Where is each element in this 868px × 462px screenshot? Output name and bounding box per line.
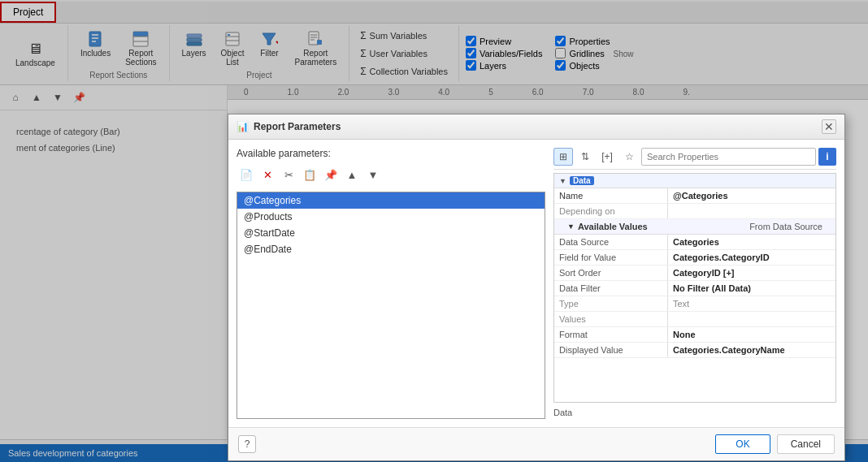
dialog-footer: ? OK Cancel (228, 427, 844, 450)
props-key-datasource: Data Source (554, 235, 668, 249)
dialog-footer-left: ? (238, 435, 256, 450)
props-val-values (668, 312, 835, 326)
props-val-format: None (668, 327, 835, 342)
param-item-enddate[interactable]: @EndDate (237, 241, 545, 257)
dialog-title-bar: 📊 Report Parameters ✕ (228, 114, 844, 140)
props-info-button[interactable]: i (818, 148, 836, 166)
param-item-products[interactable]: @Products (237, 209, 545, 225)
props-key-depending: Depending on (554, 204, 668, 218)
props-row-sortorder: Sort Order CategoryID [+] (554, 266, 835, 281)
params-move-down-button[interactable]: ▼ (363, 166, 383, 184)
properties-toolbar: ⊞ ⇅ [+] ☆ i (553, 148, 836, 170)
params-cut-button[interactable]: ✂ (279, 166, 298, 184)
dialog-title-text: Report Parameters (254, 121, 341, 132)
cancel-button[interactable]: Cancel (777, 434, 835, 450)
props-key-format: Format (554, 327, 668, 342)
parameters-list: @Categories @Products @StartDate @EndDat… (237, 192, 545, 419)
props-val-depending (668, 204, 835, 218)
param-item-startdate[interactable]: @StartDate (237, 225, 545, 241)
dialog-title-icon: 📊 (237, 121, 249, 132)
dialog-right-panel: ⊞ ⇅ [+] ☆ i ▼ Data Name @Categories (553, 148, 836, 419)
props-key-type: Type (554, 296, 668, 311)
props-row-datafilter: Data Filter No Filter (All Data) (554, 281, 835, 296)
available-values-arrow: ▼ (567, 222, 575, 231)
ok-button[interactable]: OK (715, 434, 770, 450)
props-expand-button[interactable]: [+] (597, 148, 617, 166)
available-params-label: Available parameters: (237, 148, 545, 159)
params-paste-button[interactable]: 📌 (321, 166, 341, 184)
props-key-fieldvalue: Field for Value (554, 250, 668, 265)
dialog-close-button[interactable]: ✕ (822, 119, 836, 134)
data-bottom-label: Data (553, 406, 836, 419)
props-row-name: Name @Categories (554, 188, 835, 204)
available-values-subsection: ▼ Available Values From Data Source (554, 219, 835, 235)
dialog-left-panel: Available parameters: 📄 ✕ ✂ 📋 📌 ▲ ▼ @Cat… (237, 148, 545, 419)
props-row-type: Type Text (554, 296, 835, 312)
props-row-fieldvalue: Field for Value Categories.CategoryID (554, 250, 835, 266)
props-val-displayedvalue: Categories.CategoryName (668, 343, 835, 357)
param-item-categories[interactable]: @Categories (237, 192, 545, 209)
data-section-header: ▼ Data (554, 174, 835, 188)
params-toolbar: 📄 ✕ ✂ 📋 📌 ▲ ▼ (237, 166, 545, 184)
data-section-badge: Data (570, 176, 594, 185)
props-row-values: Values (554, 312, 835, 327)
report-parameters-dialog: 📊 Report Parameters ✕ Available paramete… (228, 114, 845, 450)
available-values-subtitle: From Data Source (749, 222, 822, 231)
props-key-datafilter: Data Filter (554, 281, 668, 296)
params-add-button[interactable]: 📄 (237, 166, 256, 184)
properties-grid: ▼ Data Name @Categories Depending on ▼ A… (553, 173, 836, 403)
params-move-up-button[interactable]: ▲ (342, 166, 362, 184)
props-val-sortorder: CategoryID [+] (668, 266, 835, 280)
props-star-button[interactable]: ☆ (619, 148, 639, 166)
props-row-displayedvalue: Displayed Value Categories.CategoryName (554, 343, 835, 358)
props-key-displayedvalue: Displayed Value (554, 343, 668, 357)
search-properties-input[interactable] (641, 148, 816, 166)
params-copy-button[interactable]: 📋 (300, 166, 319, 184)
dialog-title-left: 📊 Report Parameters (237, 121, 341, 132)
props-val-fieldvalue: Categories.CategoryID (668, 250, 835, 265)
props-row-datasource: Data Source Categories (554, 235, 835, 250)
dialog-body: Available parameters: 📄 ✕ ✂ 📋 📌 ▲ ▼ @Cat… (228, 140, 844, 427)
props-row-depending: Depending on (554, 204, 835, 219)
props-val-type: Text (668, 296, 835, 311)
props-val-datafilter: No Filter (All Data) (668, 281, 835, 296)
help-button[interactable]: ? (238, 435, 256, 450)
dialog-footer-right: OK Cancel (715, 434, 835, 450)
props-val-datasource: Categories (668, 235, 835, 249)
props-val-name: @Categories (668, 188, 835, 203)
props-key-values: Values (554, 312, 668, 326)
props-sort-button[interactable]: ⇅ (575, 148, 595, 166)
props-key-sortorder: Sort Order (554, 266, 668, 280)
data-section-arrow: ▼ (559, 177, 566, 185)
props-row-format: Format None (554, 327, 835, 343)
props-grid-view-button[interactable]: ⊞ (553, 148, 573, 166)
props-key-name: Name (554, 188, 668, 203)
params-delete-button[interactable]: ✕ (258, 166, 277, 184)
available-values-label: Available Values (578, 222, 648, 231)
